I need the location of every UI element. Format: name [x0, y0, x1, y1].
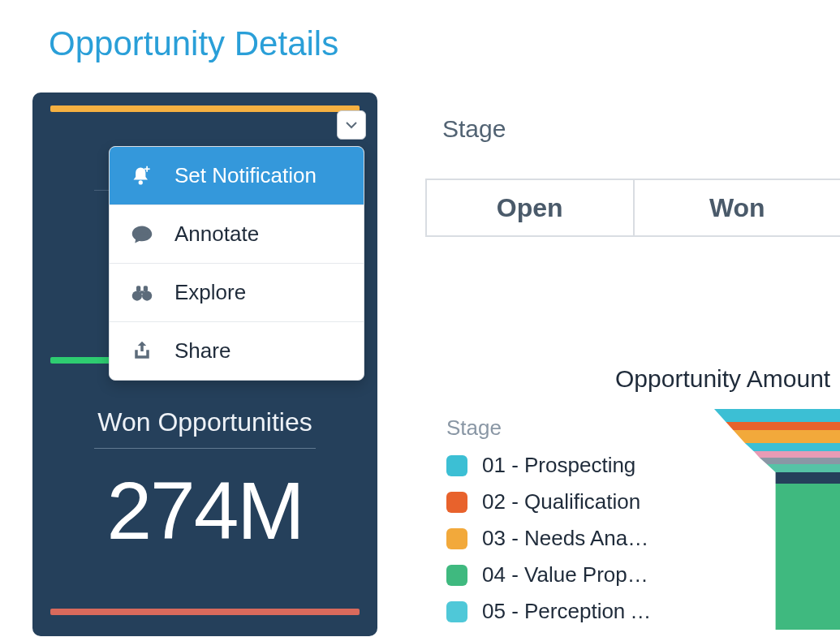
- funnel-segment: [714, 458, 840, 464]
- funnel-segment: [714, 464, 840, 472]
- stage-filter-label: Stage: [442, 115, 506, 143]
- funnel-segment: [714, 451, 840, 458]
- menu-item-label: Share: [174, 338, 230, 364]
- menu-item-label: Explore: [174, 280, 246, 305]
- svg-rect-8: [136, 286, 140, 291]
- card-accent-bar-top: [50, 105, 360, 112]
- menu-item-label: Set Notification: [174, 163, 317, 188]
- chevron-down-icon: [346, 118, 357, 132]
- comment-icon: [129, 223, 155, 246]
- legend-item[interactable]: 03 - Needs Analysis: [446, 526, 653, 551]
- legend-swatch: [446, 455, 467, 476]
- card-divider-lower: [94, 448, 316, 449]
- card-metric-value: 274M: [32, 470, 377, 551]
- legend-item[interactable]: 05 - Perception Analysis: [446, 599, 653, 624]
- chart-legend: 01 - Prospecting 02 - Qualification 03 -…: [446, 453, 653, 624]
- card-accent-bar-bottom: [50, 609, 360, 615]
- svg-point-0: [139, 180, 143, 184]
- svg-point-3: [136, 232, 140, 235]
- legend-label: 01 - Prospecting: [482, 453, 635, 478]
- svg-rect-10: [140, 291, 144, 294]
- legend-label: 05 - Perception Analysis: [482, 599, 653, 624]
- funnel-segment-big: 27: [714, 484, 840, 630]
- menu-item-share[interactable]: Share: [110, 322, 364, 380]
- funnel-segment: [714, 472, 840, 484]
- svg-point-5: [145, 232, 149, 235]
- legend-swatch: [446, 565, 467, 586]
- card-actions-menu: Set Notification Annotate: [109, 146, 364, 381]
- legend-title: Stage: [446, 415, 502, 441]
- legend-item[interactable]: 02 - Qualification: [446, 489, 653, 514]
- legend-label: 03 - Needs Analysis: [482, 526, 653, 551]
- legend-label: 04 - Value Proposition: [482, 562, 653, 588]
- chart-title: Opportunity Amount: [615, 365, 830, 393]
- funnel-segment: [714, 443, 840, 451]
- legend-label: 02 - Qualification: [482, 489, 640, 514]
- legend-item[interactable]: 01 - Prospecting: [446, 453, 653, 478]
- card-metric-title: Won Opportunities: [32, 407, 377, 437]
- svg-point-4: [140, 232, 144, 235]
- stage-tabs: Open Won: [425, 179, 840, 237]
- legend-swatch: [446, 528, 467, 549]
- menu-item-label: Annotate: [174, 222, 259, 247]
- legend-swatch: [446, 601, 467, 622]
- funnel-segment: [714, 430, 840, 443]
- svg-rect-2: [144, 168, 150, 170]
- binoculars-icon: [129, 282, 155, 304]
- menu-item-annotate[interactable]: Annotate: [110, 205, 364, 264]
- menu-item-set-notification[interactable]: Set Notification: [110, 147, 364, 205]
- menu-item-explore[interactable]: Explore: [110, 264, 364, 322]
- funnel-segment: [714, 422, 840, 430]
- funnel-chart: 27: [714, 409, 840, 630]
- legend-item[interactable]: 04 - Value Proposition: [446, 562, 653, 588]
- bell-plus-icon: [129, 165, 155, 187]
- share-icon: [129, 340, 155, 363]
- stage-tab-open[interactable]: Open: [425, 180, 633, 235]
- svg-rect-9: [144, 286, 148, 291]
- funnel-segment: [714, 409, 840, 422]
- card-actions-dropdown-button[interactable]: [337, 110, 366, 140]
- legend-swatch: [446, 492, 467, 513]
- page-title: Opportunity Details: [49, 24, 338, 63]
- stage-tab-won[interactable]: Won: [633, 180, 841, 235]
